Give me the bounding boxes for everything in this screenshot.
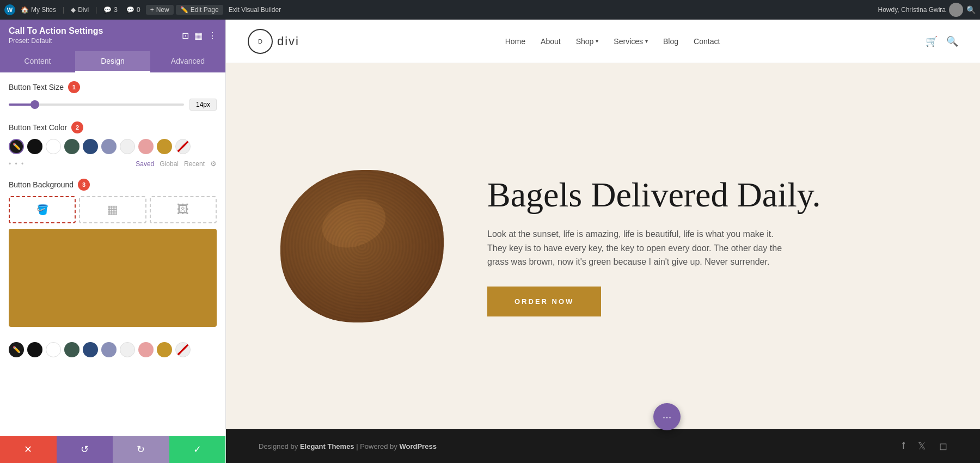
minimize-icon[interactable]: ⊡ bbox=[182, 31, 189, 41]
bottom-swatches: ✏️ bbox=[9, 338, 217, 362]
nav-shop[interactable]: Shop ▾ bbox=[576, 37, 599, 46]
bg-color-option[interactable]: 🪣 bbox=[9, 196, 76, 223]
panel-header-icons: ⊡ ▦ ⋮ bbox=[182, 31, 217, 41]
hero-title: Bagels Delivered Daily. bbox=[487, 176, 936, 214]
nav-blog[interactable]: Blog bbox=[663, 37, 678, 46]
divi-link[interactable]: ◆ Divi bbox=[68, 6, 92, 14]
exit-builder-button[interactable]: Exit Visual Builder bbox=[225, 6, 285, 14]
gradient-icon: ▦ bbox=[107, 203, 118, 217]
color-swatch-gold[interactable] bbox=[157, 139, 172, 154]
button-text-color-label: Button Text Color 2 bbox=[9, 121, 217, 133]
tab-advanced[interactable]: Advanced bbox=[150, 51, 225, 72]
image-icon: 🖼 bbox=[177, 203, 189, 217]
cart-icon[interactable]: 🛒 bbox=[926, 35, 938, 47]
shop-dropdown-icon: ▾ bbox=[596, 38, 598, 44]
bottom-swatch-black[interactable] bbox=[27, 342, 42, 357]
redo-button[interactable]: ↻ bbox=[113, 436, 169, 463]
color-swatch-light[interactable] bbox=[120, 139, 135, 154]
site-navigation: D divi Home About Shop ▾ Services ▾ bbox=[226, 20, 980, 63]
elegant-themes-link[interactable]: Elegant Themes bbox=[300, 442, 354, 450]
undo-button[interactable]: ↺ bbox=[57, 436, 113, 463]
color-swatch-lavender[interactable] bbox=[101, 139, 117, 154]
panel-title: Call To Action Settings bbox=[9, 26, 103, 36]
wordpress-logo[interactable]: W bbox=[4, 4, 15, 15]
bottom-swatch-navy[interactable] bbox=[83, 342, 98, 357]
color-swatch-green[interactable] bbox=[64, 139, 79, 154]
new-button[interactable]: + New bbox=[146, 5, 174, 15]
color-swatch-pink[interactable] bbox=[138, 139, 154, 154]
bg-type-options: 🪣 ▦ 🖼 bbox=[9, 196, 217, 223]
logo-circle: D bbox=[248, 29, 273, 54]
bottom-swatch-green[interactable] bbox=[64, 342, 79, 357]
main-wrapper: Call To Action Settings Preset: Default … bbox=[0, 20, 980, 463]
bagel-image bbox=[280, 170, 444, 322]
footer-socials: f 𝕏 ◻ bbox=[902, 440, 947, 452]
slider-thumb[interactable] bbox=[30, 100, 39, 109]
hero-image-area bbox=[270, 170, 455, 322]
twitter-icon[interactable]: 𝕏 bbox=[918, 440, 926, 452]
color-swatches-text: ✏️ bbox=[9, 139, 217, 154]
bottom-swatch-light[interactable] bbox=[120, 342, 135, 357]
panel-tabs: Content Design Advanced bbox=[0, 51, 225, 72]
nav-services[interactable]: Services ▾ bbox=[614, 37, 648, 46]
bottom-swatch-diagonal[interactable] bbox=[175, 342, 191, 357]
recent-label[interactable]: Recent bbox=[184, 160, 205, 168]
button-text-color-section: Button Text Color 2 ✏️ bbox=[9, 121, 217, 168]
nav-home[interactable]: Home bbox=[505, 37, 525, 46]
site-footer: Designed by Elegant Themes | Powered by … bbox=[226, 429, 980, 463]
tab-content[interactable]: Content bbox=[0, 51, 75, 72]
instagram-icon[interactable]: ◻ bbox=[939, 440, 947, 452]
bottom-eyedropper-swatch[interactable]: ✏️ bbox=[9, 342, 24, 357]
badge-2: 2 bbox=[71, 121, 83, 133]
text-size-slider-track[interactable] bbox=[9, 103, 184, 106]
color-bucket-icon: 🪣 bbox=[36, 204, 48, 216]
global-label[interactable]: Global bbox=[160, 160, 179, 168]
comments-link[interactable]: 💬 3 bbox=[100, 6, 121, 14]
panel-header: Call To Action Settings Preset: Default … bbox=[0, 20, 225, 51]
more-icon[interactable]: ⋮ bbox=[208, 31, 217, 41]
facebook-icon[interactable]: f bbox=[902, 440, 905, 452]
color-swatch-white[interactable] bbox=[46, 139, 61, 154]
bg-gradient-option[interactable]: ▦ bbox=[79, 196, 146, 223]
dots-icon[interactable]: • • • bbox=[9, 160, 24, 168]
wordpress-link[interactable]: WordPress bbox=[399, 442, 436, 450]
my-sites-link[interactable]: 🏠 My Sites bbox=[17, 6, 59, 14]
color-swatch-navy[interactable] bbox=[83, 139, 98, 154]
saved-label[interactable]: Saved bbox=[136, 160, 154, 168]
color-preview-box[interactable] bbox=[9, 229, 217, 327]
button-text-size-section: Button Text Size 1 14px bbox=[9, 81, 217, 111]
edit-page-button[interactable]: ✏️ Edit Page bbox=[176, 5, 223, 15]
button-text-size-label: Button Text Size 1 bbox=[9, 81, 217, 93]
search-icon[interactable]: 🔍 bbox=[946, 35, 958, 47]
replies-link[interactable]: 💬 0 bbox=[123, 6, 144, 14]
user-avatar[interactable] bbox=[949, 3, 963, 17]
cancel-button[interactable]: ✕ bbox=[0, 436, 57, 463]
color-swatch-diagonal[interactable] bbox=[175, 139, 191, 154]
slider-value[interactable]: 14px bbox=[189, 99, 217, 111]
floating-action-button[interactable]: ··· bbox=[653, 403, 681, 430]
bottom-swatch-white[interactable] bbox=[46, 342, 61, 357]
cta-button[interactable]: ORDER NOW bbox=[487, 287, 601, 316]
save-button[interactable]: ✓ bbox=[169, 436, 226, 463]
panel-preset[interactable]: Preset: Default bbox=[9, 37, 103, 45]
bg-image-option[interactable]: 🖼 bbox=[150, 196, 217, 223]
site-logo: D divi bbox=[248, 29, 299, 54]
eyedropper-swatch[interactable]: ✏️ bbox=[9, 139, 24, 154]
bottom-swatch-pink[interactable] bbox=[138, 342, 154, 357]
nav-contact[interactable]: Contact bbox=[694, 37, 720, 46]
gear-icon[interactable]: ⚙ bbox=[210, 160, 217, 168]
expand-icon[interactable]: ▦ bbox=[194, 31, 203, 41]
website-preview: D divi Home About Shop ▾ Services ▾ bbox=[226, 20, 980, 463]
tab-design[interactable]: Design bbox=[75, 51, 150, 72]
howdy-text: Howdy, Christina Gwira bbox=[878, 6, 946, 14]
bottom-swatch-lavender[interactable] bbox=[101, 342, 117, 357]
nav-about[interactable]: About bbox=[541, 37, 561, 46]
color-swatch-black[interactable] bbox=[27, 139, 42, 154]
button-background-label: Button Background 3 bbox=[9, 179, 217, 191]
search-icon[interactable]: 🔍 bbox=[966, 5, 976, 14]
nav-links: Home About Shop ▾ Services ▾ Blog Contac bbox=[505, 37, 720, 46]
reply-icon: 💬 bbox=[126, 6, 134, 14]
button-background-section: Button Background 3 🪣 ▦ 🖼 bbox=[9, 179, 217, 327]
bottom-swatch-gold[interactable] bbox=[157, 342, 172, 357]
bagel-texture bbox=[280, 170, 444, 322]
